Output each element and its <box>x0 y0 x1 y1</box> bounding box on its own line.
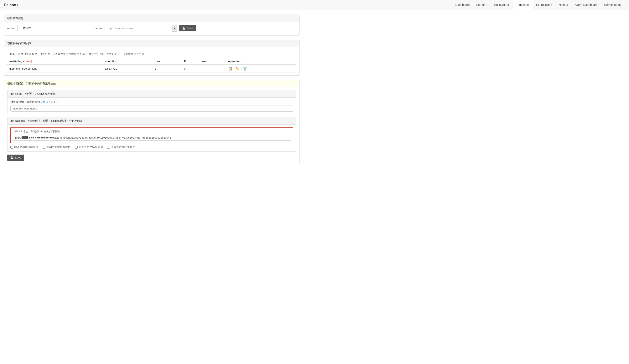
alarm-section: 模板报警配置，对模板中的所有策略生效 def alarm(): #配置了UIC组… <box>4 80 300 164</box>
callback-url-label: callback地址（只支持http get方式回调）： <box>13 130 291 133</box>
checkbox-before-sms[interactable] <box>10 146 13 149</box>
parent-label: parent: <box>94 27 104 30</box>
op-sep-1: | <box>234 67 234 70</box>
td-max: 3 <box>153 65 182 73</box>
bottom-save-area: 💾 Save <box>7 155 297 161</box>
nav-item-alarm-dashboard[interactable]: Alarm-Dashboard <box>571 0 601 10</box>
nav-dropdown-arrow-screen: ▾ <box>486 4 487 6</box>
checkbox-item-before-email[interactable]: 回调之前发提醒邮件 <box>43 145 71 149</box>
basic-info-section: 模板基本信息 name: parent: input template name… <box>4 14 300 35</box>
receiver-link[interactable]: 快捷入口 <box>43 100 54 103</box>
td-metric: mem.memfree.percent <box>7 65 103 73</box>
checkbox-label-after-email: 回调之后发结果邮件 <box>111 145 135 149</box>
uic-team-input[interactable] <box>10 105 293 112</box>
save-button-top[interactable]: 💾 Save <box>179 25 196 31</box>
receiver-suffix: ）： <box>54 100 59 103</box>
td-operation: 📋 | ✏️ | 🗑️ <box>226 65 297 73</box>
callback-url-input[interactable] <box>13 135 291 141</box>
main-content: 模板基本信息 name: parent: input template name… <box>0 10 304 172</box>
alarm-sub-header: def alarm(): #配置了UIC组才会发报警 <box>7 90 296 98</box>
alarm-header: 模板报警配置，对模板中的所有策略生效 <box>4 80 299 87</box>
th-max: max <box>153 58 182 65</box>
td-p: 0 <box>182 65 200 73</box>
callback-url-wrapper: callback地址（只支持http get方式回调）： <box>10 127 293 143</box>
alarm-body: def alarm(): #配置了UIC组才会发报警 报警接收组（管理报警组，快… <box>4 87 299 164</box>
nav-item-hostgroups[interactable]: HostGroups <box>491 0 513 10</box>
callback-sub-header: def callback(): #高级用法，配置了callback地址才会触发回… <box>7 117 296 125</box>
nav-item-nodata[interactable]: Nodata <box>555 0 571 10</box>
nav-item-urlmonitoring[interactable]: Urlmonitoring <box>601 0 625 10</box>
parent-dropdown-btn[interactable]: ▾ <box>172 25 177 32</box>
strategy-table-body: mem.memfree.percentall(#3)>1030 📋 | ✏️ |… <box>7 65 297 73</box>
strategy-section: 该模板中的策略列表 max：最大报警次数 P：报警级别（<3: 既发短信也发邮件… <box>4 40 300 76</box>
callback-sub-section: def callback(): #高级用法，配置了callback地址才会触发回… <box>7 117 297 152</box>
checkbox-item-after-email[interactable]: 回调之后发结果邮件 <box>107 145 135 149</box>
checkbox-row: 回调之前发提醒短信回调之前发提醒邮件回调之后发结果短信回调之后发结果邮件 <box>10 145 293 149</box>
strategy-body: max：最大报警次数 P：报警级别（<3: 既发短信也发邮件 >=3: 只发邮件… <box>4 47 299 75</box>
th-operation: operation <box>226 58 297 65</box>
navbar: Falcon+ DashboardScreen▾HostGroupsTempla… <box>0 0 629 10</box>
name-row: name: parent: input template name ▾ 💾 Sa… <box>7 25 297 32</box>
td-condition: all(#3)>10 <box>103 65 153 73</box>
checkbox-label-after-sms: 回调之后发结果短信 <box>79 145 103 149</box>
checkbox-label-before-sms: 回调之前发提醒短信 <box>14 145 38 149</box>
th-metric: metric/tags [note] <box>7 58 103 65</box>
receiver-label-text: 报警接收组（管理报警组， <box>10 100 43 103</box>
th-run: run <box>200 58 226 65</box>
copy-icon[interactable]: 📋 <box>228 67 232 71</box>
save-icon: 💾 <box>182 27 186 30</box>
edit-icon[interactable]: ✏️ <box>235 67 240 71</box>
strategy-table-header-row: metric/tags [note] condition max P run o… <box>7 58 297 65</box>
th-note: [note] <box>24 60 32 63</box>
td-run <box>200 65 226 73</box>
alarm-sub-section: def alarm(): #配置了UIC组才会发报警 报警接收组（管理报警组，快… <box>7 90 297 114</box>
checkbox-after-sms[interactable] <box>75 146 78 149</box>
alarm-sub-body: 报警接收组（管理报警组，快捷入口）： <box>7 98 296 114</box>
delete-icon[interactable]: 🗑️ <box>243 67 247 71</box>
strategy-desc: max：最大报警次数 P：报警级别（<3: 既发短信也发邮件 >=3: 只发邮件… <box>7 50 297 58</box>
th-condition: condition <box>103 58 153 65</box>
save-icon-bottom: 💾 <box>10 156 14 159</box>
name-label: name: <box>7 27 15 30</box>
brand-logo[interactable]: Falcon+ <box>4 3 18 7</box>
nav-item-screen[interactable]: Screen▾ <box>473 0 491 10</box>
strategy-header: 该模板中的策略列表 <box>4 40 299 47</box>
save-button-bottom[interactable]: 💾 Save <box>7 155 24 161</box>
parent-select-wrapper: input template name ▾ <box>106 25 177 32</box>
save-label-bottom: Save <box>15 156 21 159</box>
save-label: Save <box>187 27 193 30</box>
table-row: mem.memfree.percentall(#3)>1030 📋 | ✏️ |… <box>7 65 297 73</box>
checkbox-item-before-sms[interactable]: 回调之前发提醒短信 <box>10 145 38 149</box>
receiver-label: 报警接收组（管理报警组，快捷入口）： <box>10 100 293 104</box>
parent-select[interactable]: input template name <box>106 25 172 31</box>
strategy-table: metric/tags [note] condition max P run o… <box>7 58 297 73</box>
op-sep-2: | <box>241 67 242 70</box>
checkbox-before-email[interactable] <box>43 146 45 149</box>
checkbox-label-before-email: 回调之前发提醒邮件 <box>46 145 71 149</box>
th-p: P <box>182 58 200 65</box>
nav-item-dashboard[interactable]: Dashboard <box>452 0 473 10</box>
nav-item-expressions[interactable]: Expressions <box>533 0 555 10</box>
name-input[interactable] <box>17 25 92 31</box>
nav-menu: DashboardScreen▾HostGroupsTemplatesExpre… <box>452 0 625 10</box>
nav-item-templates[interactable]: Templates <box>513 0 533 10</box>
basic-info-header: 模板基本信息 <box>4 15 299 22</box>
strategy-table-head: metric/tags [note] condition max P run o… <box>7 58 297 65</box>
checkbox-item-after-sms[interactable]: 回调之后发结果短信 <box>75 145 103 149</box>
basic-info-body: name: parent: input template name ▾ 💾 Sa… <box>4 22 299 35</box>
callback-sub-body: callback地址（只支持http get方式回调）： 回调之前发提醒短信回调… <box>7 125 296 152</box>
checkbox-after-email[interactable] <box>107 146 110 149</box>
